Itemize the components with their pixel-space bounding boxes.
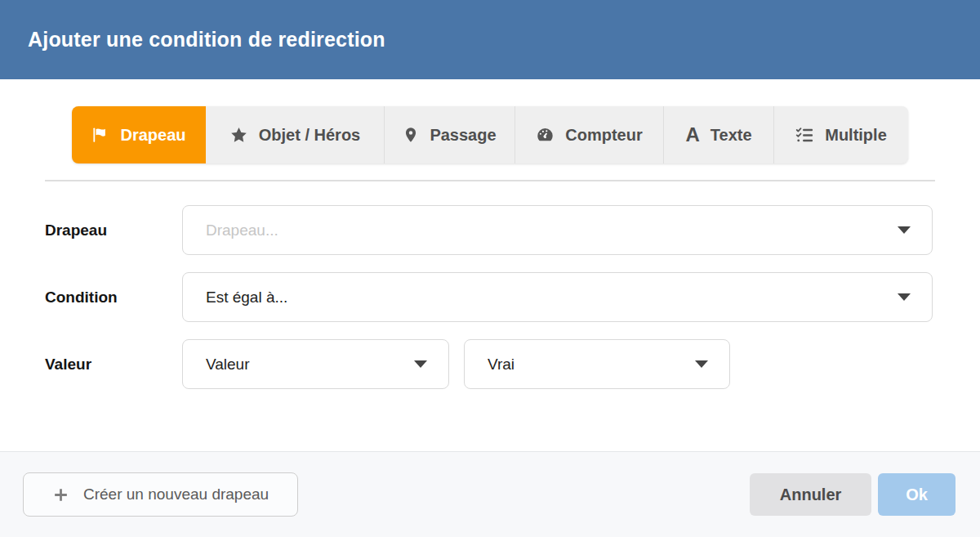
drapeau-label: Drapeau — [45, 222, 182, 239]
tab-label: Passage — [430, 126, 496, 145]
form-row-drapeau: Drapeau Drapeau... — [45, 205, 933, 255]
letter-a-icon: A — [685, 125, 699, 145]
create-flag-button[interactable]: Créer un nouveau drapeau — [23, 472, 298, 517]
tab-drapeau[interactable]: Drapeau — [72, 106, 206, 163]
valeur-label: Valeur — [45, 356, 182, 374]
valeur-select[interactable]: Vrai — [464, 339, 730, 389]
condition-form: Drapeau Drapeau... Condition Est égal à.… — [45, 205, 933, 389]
tab-label: Objet / Héros — [259, 126, 360, 145]
tab-multiple[interactable]: Multiple — [773, 106, 908, 163]
condition-type-tabbar: Drapeau Objet / Héros Passage — [72, 106, 908, 163]
form-row-condition: Condition Est égal à... — [45, 272, 933, 322]
star-icon — [229, 126, 248, 145]
tab-passage[interactable]: Passage — [384, 106, 514, 163]
cancel-button[interactable]: Annuler — [750, 473, 872, 516]
valeur-type-select-value: Valeur — [206, 356, 250, 374]
dialog-title: Ajouter une condition de redirection — [28, 28, 385, 51]
map-marker-icon — [403, 126, 419, 144]
tab-compteur[interactable]: Compteur — [514, 106, 663, 163]
tab-label: Multiple — [825, 126, 887, 145]
condition-select-value: Est égal à... — [206, 289, 287, 307]
condition-label: Condition — [45, 289, 182, 307]
modal-header: Ajouter une condition de redirection — [0, 0, 980, 79]
tab-label: Texte — [710, 126, 752, 145]
create-flag-button-label: Créer un nouveau drapeau — [83, 486, 269, 503]
condition-select[interactable]: Est égal à... — [182, 272, 933, 322]
chevron-down-icon — [695, 360, 708, 368]
chevron-down-icon — [898, 226, 911, 234]
valeur-select-value: Vrai — [488, 356, 514, 374]
tab-label: Compteur — [565, 126, 642, 145]
valeur-type-select[interactable]: Valeur — [182, 339, 449, 389]
modal-footer: Créer un nouveau drapeau Annuler Ok — [0, 451, 980, 537]
drapeau-select-placeholder: Drapeau... — [206, 222, 278, 239]
tab-label: Drapeau — [120, 126, 185, 145]
chevron-down-icon — [898, 293, 911, 301]
form-row-valeur: Valeur Valeur Vrai — [45, 339, 933, 389]
chevron-down-icon — [414, 360, 427, 368]
modal-body: Drapeau Objet / Héros Passage — [0, 79, 980, 451]
checklist-icon — [795, 126, 814, 145]
plus-icon — [52, 486, 69, 503]
tab-objet-heros[interactable]: Objet / Héros — [206, 106, 384, 163]
gauge-icon — [536, 126, 555, 145]
drapeau-select[interactable]: Drapeau... — [182, 205, 933, 255]
tab-texte[interactable]: A Texte — [663, 106, 773, 163]
ok-button[interactable]: Ok — [878, 473, 956, 516]
divider — [45, 180, 935, 181]
flag-icon — [91, 126, 109, 144]
